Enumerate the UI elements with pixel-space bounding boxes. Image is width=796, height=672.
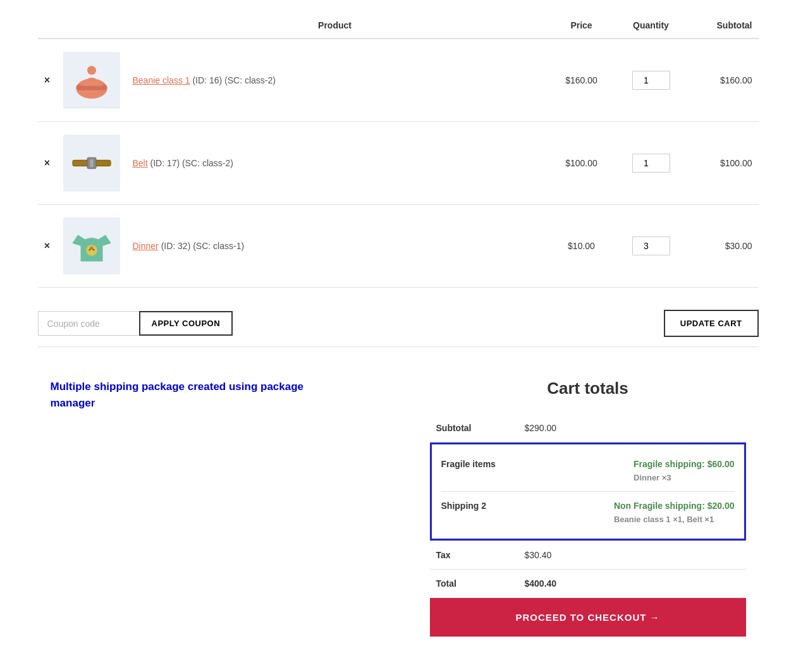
- col-product-header: Product: [126, 13, 544, 39]
- product-qty-cell: [620, 205, 683, 288]
- proceed-to-checkout-button[interactable]: PROCEED TO CHECKOUT →: [430, 598, 746, 637]
- product-qty-cell: [620, 39, 683, 122]
- tax-row: Tax $30.40: [430, 541, 746, 570]
- remove-cell: ×: [38, 39, 57, 122]
- tax-label: Tax: [430, 541, 518, 570]
- product-subtotal-cell: $100.00: [683, 122, 759, 205]
- tax-value: $30.40: [518, 541, 746, 570]
- quantity-input[interactable]: [632, 236, 670, 255]
- coupon-left: APPLY COUPON: [38, 311, 233, 336]
- svg-point-2: [87, 66, 96, 75]
- cart-table: Product Price Quantity Subtotal ×: [38, 13, 759, 288]
- cart-totals-title: Cart totals: [430, 379, 746, 398]
- svg-point-8: [90, 247, 93, 250]
- cart-row: × Dinner (ID: 32) (SC: class-1) $10.00 $…: [38, 205, 759, 288]
- subtotal-label: Subtotal: [430, 414, 518, 443]
- shipping-row: Fragile items Fragile shipping: $60.00 D…: [430, 443, 746, 541]
- fragile-items: Dinner ×3: [634, 473, 735, 482]
- cart-row: × Beanie class 1 (ID: 16) (SC: class-2) …: [38, 39, 759, 122]
- shipping2-label: Shipping 2: [441, 501, 487, 511]
- product-image: [63, 135, 120, 192]
- checkout-section: PROCEED TO CHECKOUT →: [430, 598, 746, 637]
- col-image-header: [57, 13, 126, 39]
- fragile-shipping-row: Fragile items Fragile shipping: $60.00 D…: [441, 454, 735, 487]
- apply-coupon-button[interactable]: APPLY COUPON: [139, 311, 233, 336]
- product-meta: (ID: 32) (SC: class-1): [159, 241, 244, 251]
- quantity-input[interactable]: [632, 154, 670, 173]
- quantity-input[interactable]: [632, 71, 670, 90]
- subtotal-row: Subtotal $290.00: [430, 414, 746, 443]
- left-info: Multiple shipping package created using …: [51, 379, 367, 411]
- shipping2-row: Shipping 2 Non Fragile shipping: $20.00 …: [441, 496, 735, 529]
- product-name-cell: Dinner (ID: 32) (SC: class-1): [126, 205, 544, 288]
- svg-rect-6: [90, 159, 93, 167]
- product-image-cell: [57, 39, 126, 122]
- fragile-label: Fragile items: [441, 459, 496, 469]
- col-quantity-header: Quantity: [620, 13, 683, 39]
- product-link[interactable]: Beanie class 1: [133, 75, 190, 85]
- coupon-input[interactable]: [38, 311, 139, 336]
- remove-cell: ×: [38, 205, 57, 288]
- product-price-cell: $100.00: [544, 122, 620, 205]
- product-image-cell: [57, 205, 126, 288]
- cart-row: × Belt (ID: 17) (SC: class-2) $100.00 $1…: [38, 122, 759, 205]
- fragile-method: Fragile shipping: $60.00: [634, 459, 735, 469]
- remove-cell: ×: [38, 122, 57, 205]
- col-subtotal-header: Subtotal: [683, 13, 759, 39]
- product-price-cell: $10.00: [544, 205, 620, 288]
- product-qty-cell: [620, 122, 683, 205]
- package-info-text: Multiple shipping package created using …: [51, 379, 341, 411]
- product-image-cell: [57, 122, 126, 205]
- col-remove-header: [38, 13, 57, 39]
- shipping2-items: Beanie class 1 ×1, Belt ×1: [614, 515, 735, 524]
- coupon-row: APPLY COUPON UPDATE CART: [38, 300, 759, 347]
- subtotal-value: $290.00: [518, 414, 746, 443]
- fragile-details: Fragile shipping: $60.00 Dinner ×3: [634, 459, 735, 482]
- shipping-box: Fragile items Fragile shipping: $60.00 D…: [430, 443, 746, 541]
- total-label: Total: [430, 570, 518, 598]
- remove-item-button[interactable]: ×: [44, 75, 50, 86]
- product-image: [63, 217, 120, 274]
- total-row: Total $400.40: [430, 570, 746, 598]
- total-value: $400.40: [518, 570, 746, 598]
- remove-item-button[interactable]: ×: [44, 240, 50, 252]
- shipping2-details: Non Fragile shipping: $20.00 Beanie clas…: [614, 501, 735, 524]
- shipping2-method: Non Fragile shipping: $20.00: [614, 501, 735, 511]
- product-subtotal-cell: $160.00: [683, 39, 759, 122]
- col-price-header: Price: [544, 13, 620, 39]
- cart-totals-section: Multiple shipping package created using …: [38, 379, 759, 637]
- totals-table: Subtotal $290.00 Fragile items Fragile s…: [430, 414, 746, 598]
- update-cart-button[interactable]: UPDATE CART: [664, 310, 759, 337]
- product-link[interactable]: Belt: [133, 158, 148, 168]
- cart-totals-wrapper: Cart totals Subtotal $290.00 Fragile ite…: [430, 379, 746, 637]
- product-meta: (ID: 17) (SC: class-2): [148, 158, 233, 168]
- product-image: [63, 52, 120, 109]
- product-price-cell: $160.00: [544, 39, 620, 122]
- product-subtotal-cell: $30.00: [683, 205, 759, 288]
- product-link[interactable]: Dinner: [133, 241, 159, 251]
- product-name-cell: Belt (ID: 17) (SC: class-2): [126, 122, 544, 205]
- product-name-cell: Beanie class 1 (ID: 16) (SC: class-2): [126, 39, 544, 122]
- product-meta: (ID: 16) (SC: class-2): [190, 75, 276, 85]
- remove-item-button[interactable]: ×: [44, 157, 50, 169]
